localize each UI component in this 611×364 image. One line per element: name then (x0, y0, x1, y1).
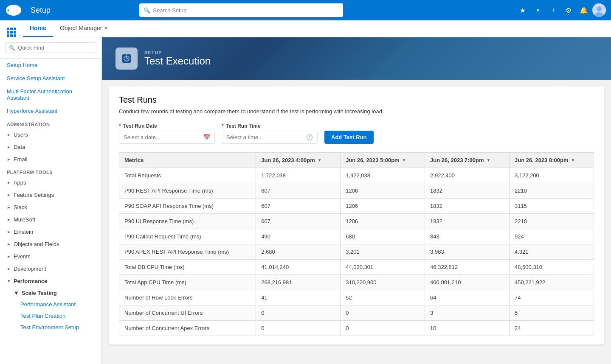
sidebar-item-service-setup[interactable]: Service Setup Assistant (0, 72, 101, 85)
value-cell-col1: 2,680 (256, 244, 341, 260)
chevron-right-icon: ► (7, 180, 11, 185)
table-row: P90 Callout Request Time (ms) 490 680 84… (119, 229, 594, 244)
value-cell-col1: 0 (256, 321, 341, 336)
tab-object-manager[interactable]: Object Manager ▼ (53, 20, 115, 37)
app-switcher[interactable] (7, 28, 16, 37)
value-cell-col1: 41,014,240 (256, 260, 341, 275)
time-input-wrap[interactable]: 🕐 (222, 131, 318, 144)
metric-cell: Total Requests (119, 168, 256, 183)
sidebar-section-platform: PLATFORM TOOLS (0, 165, 101, 176)
sidebar-item-apps[interactable]: ► Apps (0, 176, 101, 189)
table-row: Number of Row Lock Errors 41 52 64 74 (119, 290, 594, 305)
sidebar-item-objects-fields[interactable]: ► Objects and Fields (0, 238, 101, 250)
sidebar-item-performance[interactable]: ▼ Performance (0, 275, 101, 287)
sidebar-item-feature-settings[interactable]: ► Feature Settings (0, 189, 101, 201)
value-cell-col2: 44,020,301 (341, 260, 425, 275)
chevron-right-icon: ► (7, 145, 11, 149)
value-cell-col1: 607 (256, 214, 341, 229)
col-jun26-8pm[interactable]: Jun 26, 2023 8:00pm ▼ (510, 153, 594, 168)
col-jun26-5pm[interactable]: Jun 26, 2023 5:00pm ▼ (341, 153, 425, 168)
sidebar-item-email[interactable]: ► Email (0, 153, 101, 165)
value-cell-col2: 0 (341, 305, 425, 321)
calendar-icon: 📅 (199, 134, 214, 140)
col-jun26-7pm[interactable]: Jun 26, 2023 7:00pm ▼ (425, 153, 510, 168)
sidebar-search[interactable]: 🔍 (0, 37, 101, 59)
value-cell-col4: 2210 (510, 214, 594, 229)
value-cell-col3: 3 (425, 305, 510, 321)
avatar[interactable] (592, 3, 606, 17)
value-cell-col2: 0 (341, 321, 425, 336)
sidebar-item-development[interactable]: ► Development (0, 263, 101, 275)
sidebar-item-einstein[interactable]: ► Einstein (0, 226, 101, 238)
value-cell-col2: 1206 (341, 199, 425, 214)
date-field: * Test Run Date 📅 (119, 123, 215, 144)
page-title: Test Execution (144, 55, 211, 67)
metric-cell: P90 APEX REST API Response Time (ms) (119, 244, 256, 260)
add-button[interactable]: + (546, 3, 560, 17)
svg-point-4 (597, 6, 602, 11)
sidebar-item-performance-assistant[interactable]: Performance Assistant (0, 299, 101, 310)
date-input[interactable] (119, 131, 199, 143)
sidebar-item-scale-testing[interactable]: ▼ Scale Testing (0, 287, 101, 299)
sidebar-item-users[interactable]: ► Users (0, 129, 101, 141)
sidebar-item-mfa[interactable]: Multi-Factor Authentication Assistant (0, 85, 101, 104)
metric-cell: P90 Callout Request Time (ms) (119, 229, 256, 244)
date-input-wrap[interactable]: 📅 (119, 131, 215, 144)
sidebar-item-setup-home[interactable]: Setup Home (0, 59, 101, 72)
bell-icon[interactable]: 🔔 (577, 3, 591, 17)
metric-cell: Number of Concurrent Apex Errors (119, 321, 256, 336)
favorites-button[interactable]: ★ (516, 3, 529, 17)
chevron-right-icon: ► (7, 266, 11, 271)
sort-icon: ▼ (402, 158, 406, 162)
col-jun26-4pm[interactable]: Jun 26, 2023 4:00pm ▼ (256, 153, 341, 168)
salesforce-logo[interactable]: ★ (5, 4, 22, 16)
time-input[interactable] (222, 131, 302, 143)
test-run-form: * Test Run Date 📅 * Test Run Time (119, 123, 594, 144)
favorites-dropdown-button[interactable]: ▼ (531, 3, 545, 17)
chevron-right-icon: ► (7, 157, 11, 162)
sidebar-item-data[interactable]: ► Data (0, 141, 101, 153)
chevron-right-icon: ► (7, 132, 11, 137)
tab-home[interactable]: Home (23, 20, 53, 37)
sidebar-item-slack[interactable]: ► Slack (0, 201, 101, 213)
metrics-table: Metrics Jun 26, 2023 4:00pm ▼ Jun 2 (119, 152, 594, 336)
app-name: Setup (31, 6, 51, 15)
sidebar-item-mulesoft[interactable]: ► MuleSoft (0, 213, 101, 226)
value-cell-col2: 1206 (341, 214, 425, 229)
table-header-row: Metrics Jun 26, 2023 4:00pm ▼ Jun 2 (119, 153, 594, 168)
value-cell-col1: 1,722,038 (256, 168, 341, 183)
value-cell-col1: 490 (256, 229, 341, 244)
chevron-right-icon: ► (7, 230, 11, 234)
value-cell-col2: 310,220,900 (341, 275, 425, 290)
value-cell-col3: 1832 (425, 183, 510, 199)
metric-cell: Total DB CPU Time (ms) (119, 260, 256, 275)
table-row: P90 APEX REST API Response Time (ms) 2,6… (119, 244, 594, 260)
value-cell-col3: 1832 (425, 199, 510, 214)
sidebar-search-input[interactable] (18, 45, 93, 51)
svg-rect-10 (126, 53, 127, 55)
search-input[interactable] (153, 7, 339, 14)
sort-icon: ▼ (571, 158, 575, 162)
col-metrics: Metrics (119, 153, 256, 168)
sidebar-item-events[interactable]: ► Events (0, 250, 101, 263)
value-cell-col4: 4,321 (510, 244, 594, 260)
value-cell-col3: 64 (425, 290, 510, 305)
value-cell-col2: 52 (341, 290, 425, 305)
page-setup-label: SETUP (144, 50, 211, 55)
global-search[interactable]: 🔍 (139, 3, 343, 17)
value-cell-col4: 3115 (510, 199, 594, 214)
time-field: * Test Run Time 🕐 (222, 123, 318, 144)
value-cell-col4: 924 (510, 229, 594, 244)
value-cell-col3: 843 (425, 229, 510, 244)
sidebar-item-hyperforce[interactable]: Hyperforce Assistant (0, 104, 101, 118)
value-cell-col1: 607 (256, 199, 341, 214)
time-label: * Test Run Time (222, 123, 318, 129)
value-cell-col4: 3,122,200 (510, 168, 594, 183)
sidebar-item-test-plan-creation[interactable]: Test Plan Creation (0, 310, 101, 322)
value-cell-col1: 41 (256, 290, 341, 305)
value-cell-col3: 3,983 (425, 244, 510, 260)
add-test-run-button[interactable]: Add Test Run (324, 131, 374, 144)
chevron-right-icon: ► (7, 242, 11, 246)
sidebar-item-test-env-setup[interactable]: Test Environment Setup (0, 322, 101, 333)
settings-icon[interactable]: ⚙ (562, 3, 575, 17)
